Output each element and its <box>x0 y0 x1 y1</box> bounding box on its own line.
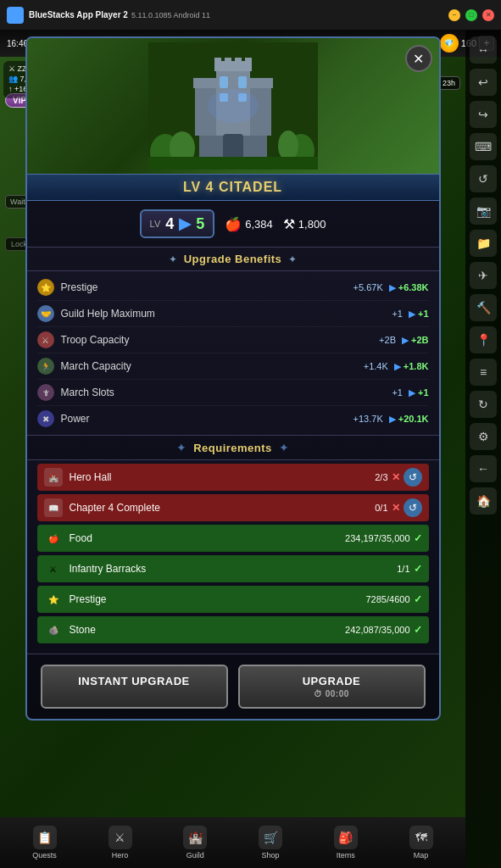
items-label: Items <box>337 851 355 860</box>
settings-button[interactable]: ⚙ <box>470 423 497 450</box>
screenshot-button[interactable]: 📷 <box>470 198 497 225</box>
building-illustration <box>27 38 439 174</box>
requirement-row: 🪨 Stone 242,087/35,000 ✓ <box>37 616 429 643</box>
layers-button[interactable]: ≡ <box>470 359 497 386</box>
benefit-current: +2B <box>379 335 396 345</box>
map-label: Map <box>414 851 429 860</box>
airplane-button[interactable]: ✈ <box>470 262 497 289</box>
svg-point-22 <box>208 89 259 123</box>
req-name: Hero Hall <box>70 471 376 483</box>
benefit-row: 🏃 March Capacity +1.4K ▶ +1.8K <box>37 353 429 380</box>
benefit-arrow: ▶ <box>389 414 396 425</box>
upgrade-button[interactable]: UPGRADE ⏱ 00:00 <box>238 665 426 709</box>
benefit-next: +20.1K <box>398 414 429 424</box>
svg-rect-15 <box>235 58 242 64</box>
requirement-row: ⭐ Prestige 7285/4600 ✓ <box>37 586 429 613</box>
nav-map[interactable]: 🗺 Map <box>409 826 433 860</box>
next-level: 5 <box>196 215 204 233</box>
req-name: Infantry Barracks <box>70 563 398 575</box>
requirements-title: Requirements <box>193 442 272 454</box>
req-icon: 🪨 <box>44 620 63 639</box>
current-level: 4 <box>165 215 174 233</box>
upgrade-timer: ⏱ 00:00 <box>245 689 419 698</box>
close-button[interactable]: ✕ <box>482 9 494 21</box>
benefit-row: ⚔ Troop Capacity +2B ▶ +2B <box>37 327 429 353</box>
benefits-title: Upgrade Benefits <box>184 253 282 265</box>
req-refresh-button[interactable]: ↺ <box>404 498 422 517</box>
right-sidebar: ↔ ↩ ↪ ⌨ ↺ 📷 📁 ✈ 🔨 📍 ≡ ↻ ⚙ ← 🏠 <box>465 30 501 868</box>
nav-quests[interactable]: 📋 Quests <box>32 826 57 860</box>
req-value: 1/1 <box>397 564 409 574</box>
app-title: BlueStacks App Player 2 <box>29 10 128 19</box>
req-name: Prestige <box>70 593 366 605</box>
benefits-header: ✦ Upgrade Benefits ✦ <box>27 247 439 271</box>
svg-rect-23 <box>148 157 318 170</box>
benefit-name: Prestige <box>61 281 353 293</box>
guild-icon: 🏰 <box>183 826 207 849</box>
benefit-current: +1.4K <box>364 361 388 371</box>
benefit-current: +13.7K <box>353 414 383 424</box>
benefit-icon: ⭐ <box>37 279 54 296</box>
svg-point-4 <box>278 131 298 161</box>
req-refresh-button[interactable]: ↺ <box>404 468 422 487</box>
folder-button[interactable]: 📁 <box>470 230 497 257</box>
guild-label: Guild <box>186 851 204 860</box>
castle-svg <box>148 42 318 170</box>
shop-icon: 🛒 <box>259 826 282 849</box>
home-button[interactable]: 🏠 <box>470 487 497 515</box>
rotate-cw-button[interactable]: ↩ <box>470 69 497 96</box>
maximize-button[interactable]: □ <box>465 9 477 21</box>
req-name: Food <box>70 532 346 544</box>
sync-button[interactable]: ↻ <box>470 391 497 418</box>
nav-hero[interactable]: ⚔ Hero <box>109 826 132 860</box>
benefit-row: ⭐ Prestige +5.67K ▶ +6.38K <box>37 275 429 301</box>
benefit-icon: ⚔ <box>37 331 54 348</box>
instant-upgrade-button[interactable]: INSTANT UPGRADE <box>41 665 228 709</box>
dialog-overlay: ✕ LV 4 CITADEL LV 4 ▶ 5 🍎 6,384 ⚒ 1,800 <box>0 30 465 817</box>
nav-shop[interactable]: 🛒 Shop <box>259 826 282 860</box>
dialog-title: LV 4 CITADEL <box>27 174 439 201</box>
refresh-button[interactable]: ↺ <box>470 165 497 192</box>
dialog-close-button[interactable]: ✕ <box>405 45 432 72</box>
req-status: ✓ <box>414 563 422 575</box>
benefit-name: Guild Help Maximum <box>61 308 392 320</box>
keyboard-button[interactable]: ⌨ <box>470 133 497 160</box>
instant-upgrade-label: INSTANT UPGRADE <box>47 675 221 687</box>
benefit-current: +5.67K <box>353 282 383 292</box>
req-status: ✓ <box>414 532 422 544</box>
benefit-icon: 🏃 <box>37 358 54 375</box>
minimize-button[interactable]: − <box>448 9 460 21</box>
svg-rect-12 <box>248 78 273 88</box>
nav-guild[interactable]: 🏰 Guild <box>183 826 207 860</box>
window-controls: − □ ✕ <box>448 9 494 21</box>
app-version: 5.11.0.1085 Android 11 <box>131 11 210 19</box>
food-cost: 🍎 6,384 <box>225 216 273 232</box>
stone-cost-icon: ⚒ <box>283 216 295 232</box>
requirement-row: 🍎 Food 234,197/35,000 ✓ <box>37 525 429 552</box>
fullscreen-button[interactable]: ↔ <box>470 36 497 64</box>
svg-rect-13 <box>214 58 221 64</box>
back-button[interactable]: ← <box>470 455 497 482</box>
benefit-name: Power <box>61 413 353 425</box>
svg-rect-18 <box>220 76 228 88</box>
benefit-icon: ✖ <box>37 410 54 427</box>
upgrade-time: 00:00 <box>326 689 349 698</box>
benefit-next: +2B <box>411 335 429 345</box>
req-value: 2/3 <box>375 472 387 482</box>
nav-items[interactable]: 🎒 Items <box>334 826 358 860</box>
macro-button[interactable]: 🔨 <box>470 294 497 321</box>
stone-cost: ⚒ 1,800 <box>283 216 326 232</box>
req-status: ✕ <box>392 502 400 514</box>
upgrade-dialog: ✕ LV 4 CITADEL LV 4 ▶ 5 🍎 6,384 ⚒ 1,800 <box>25 36 441 721</box>
req-icon: ⚔ <box>44 559 63 578</box>
level-arrow: ▶ <box>179 214 191 233</box>
rotate-ccw-button[interactable]: ↪ <box>470 101 497 128</box>
benefits-deco-right: ✦ <box>288 253 297 265</box>
requirement-row: ⚔ Infantry Barracks 1/1 ✓ <box>37 555 429 582</box>
building-image: ✕ <box>27 38 439 174</box>
quests-icon: 📋 <box>33 826 57 849</box>
req-status: ✓ <box>414 624 422 636</box>
food-cost-value: 6,384 <box>245 218 273 231</box>
location-button[interactable]: 📍 <box>470 326 497 353</box>
benefit-arrow: ▶ <box>394 361 401 372</box>
